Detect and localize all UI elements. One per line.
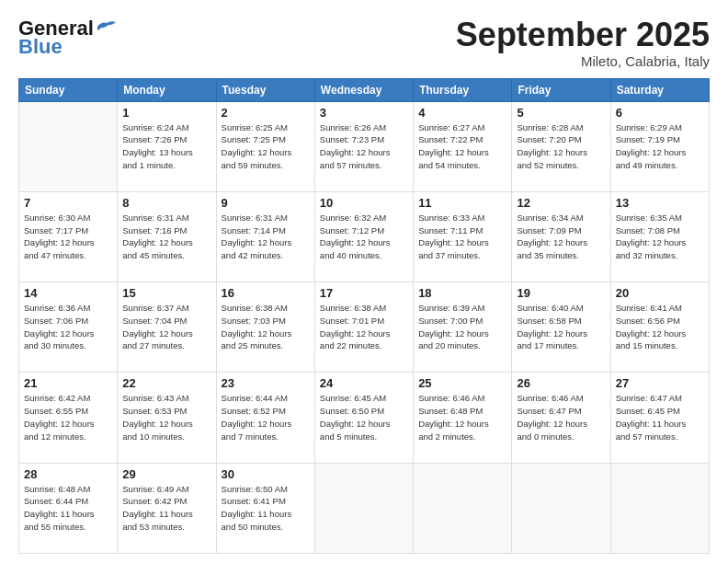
day-info: Sunrise: 6:49 AM Sunset: 6:42 PM Dayligh…: [122, 483, 210, 534]
calendar-cell: 19Sunrise: 6:40 AM Sunset: 6:58 PM Dayli…: [512, 282, 610, 373]
calendar-cell: [512, 463, 610, 553]
day-number: 25: [418, 376, 506, 390]
day-info: Sunrise: 6:31 AM Sunset: 7:16 PM Dayligh…: [122, 212, 210, 262]
day-number: 18: [418, 286, 506, 300]
day-number: 4: [418, 106, 506, 120]
calendar-cell: [610, 463, 709, 553]
calendar-table: SundayMondayTuesdayWednesdayThursdayFrid…: [18, 78, 710, 554]
day-number: 16: [222, 286, 310, 300]
day-info: Sunrise: 6:35 AM Sunset: 7:08 PM Dayligh…: [616, 212, 704, 262]
day-info: Sunrise: 6:38 AM Sunset: 7:03 PM Dayligh…: [222, 302, 310, 352]
calendar-header-friday: Friday: [512, 78, 610, 101]
calendar-cell: 28Sunrise: 6:48 AM Sunset: 6:44 PM Dayli…: [19, 463, 118, 553]
day-number: 8: [122, 196, 210, 210]
calendar-cell: 3Sunrise: 6:26 AM Sunset: 7:23 PM Daylig…: [314, 101, 413, 191]
title-section: September 2025 Mileto, Calabria, Italy: [456, 17, 710, 69]
day-number: 23: [222, 376, 310, 390]
calendar-cell: 30Sunrise: 6:50 AM Sunset: 6:41 PM Dayli…: [216, 463, 314, 553]
calendar-week-row: 7Sunrise: 6:30 AM Sunset: 7:17 PM Daylig…: [19, 191, 710, 282]
day-info: Sunrise: 6:50 AM Sunset: 6:41 PM Dayligh…: [222, 483, 310, 534]
calendar-cell: 7Sunrise: 6:30 AM Sunset: 7:17 PM Daylig…: [19, 191, 118, 282]
day-number: 7: [24, 196, 112, 210]
day-info: Sunrise: 6:38 AM Sunset: 7:01 PM Dayligh…: [320, 302, 408, 352]
day-number: 19: [517, 286, 605, 300]
day-info: Sunrise: 6:25 AM Sunset: 7:25 PM Dayligh…: [222, 121, 310, 172]
day-info: Sunrise: 6:31 AM Sunset: 7:14 PM Dayligh…: [222, 212, 310, 262]
calendar-header-sunday: Sunday: [19, 78, 118, 101]
day-number: 3: [320, 106, 408, 120]
day-number: 20: [616, 286, 704, 300]
calendar-cell: 2Sunrise: 6:25 AM Sunset: 7:25 PM Daylig…: [216, 101, 314, 191]
day-number: 13: [616, 196, 704, 210]
day-info: Sunrise: 6:37 AM Sunset: 7:04 PM Dayligh…: [122, 302, 210, 352]
day-number: 5: [517, 106, 605, 120]
calendar-cell: [414, 463, 512, 553]
day-info: Sunrise: 6:39 AM Sunset: 7:00 PM Dayligh…: [418, 302, 506, 352]
calendar-cell: 15Sunrise: 6:37 AM Sunset: 7:04 PM Dayli…: [118, 282, 216, 373]
day-info: Sunrise: 6:40 AM Sunset: 6:58 PM Dayligh…: [517, 302, 605, 352]
day-number: 11: [418, 196, 506, 210]
day-number: 29: [122, 467, 210, 481]
calendar-cell: 16Sunrise: 6:38 AM Sunset: 7:03 PM Dayli…: [216, 282, 314, 373]
calendar-header-row: SundayMondayTuesdayWednesdayThursdayFrid…: [19, 78, 710, 101]
calendar-cell: 11Sunrise: 6:33 AM Sunset: 7:11 PM Dayli…: [414, 191, 512, 282]
day-info: Sunrise: 6:27 AM Sunset: 7:22 PM Dayligh…: [418, 121, 506, 172]
day-info: Sunrise: 6:44 AM Sunset: 6:52 PM Dayligh…: [222, 392, 310, 442]
day-number: 21: [24, 376, 112, 390]
calendar-cell: 27Sunrise: 6:47 AM Sunset: 6:45 PM Dayli…: [610, 373, 709, 463]
calendar-cell: 29Sunrise: 6:49 AM Sunset: 6:42 PM Dayli…: [118, 463, 216, 553]
day-number: 14: [24, 286, 112, 300]
calendar-cell: 5Sunrise: 6:28 AM Sunset: 7:20 PM Daylig…: [512, 101, 610, 191]
day-number: 27: [616, 376, 704, 390]
day-info: Sunrise: 6:42 AM Sunset: 6:55 PM Dayligh…: [24, 392, 112, 442]
calendar-cell: [314, 463, 413, 553]
calendar-header-wednesday: Wednesday: [314, 78, 413, 101]
calendar-cell: 24Sunrise: 6:45 AM Sunset: 6:50 PM Dayli…: [314, 373, 413, 463]
calendar-header-thursday: Thursday: [414, 78, 512, 101]
day-info: Sunrise: 6:33 AM Sunset: 7:11 PM Dayligh…: [418, 212, 506, 262]
calendar-cell: 18Sunrise: 6:39 AM Sunset: 7:00 PM Dayli…: [414, 282, 512, 373]
calendar-week-row: 1Sunrise: 6:24 AM Sunset: 7:26 PM Daylig…: [19, 101, 710, 191]
day-info: Sunrise: 6:29 AM Sunset: 7:19 PM Dayligh…: [616, 121, 704, 172]
header: General Blue September 2025 Mileto, Cala…: [18, 17, 710, 69]
calendar-cell: 12Sunrise: 6:34 AM Sunset: 7:09 PM Dayli…: [512, 191, 610, 282]
day-info: Sunrise: 6:45 AM Sunset: 6:50 PM Dayligh…: [320, 392, 408, 442]
calendar-week-row: 21Sunrise: 6:42 AM Sunset: 6:55 PM Dayli…: [19, 373, 710, 463]
calendar-week-row: 14Sunrise: 6:36 AM Sunset: 7:06 PM Dayli…: [19, 282, 710, 373]
day-info: Sunrise: 6:24 AM Sunset: 7:26 PM Dayligh…: [122, 121, 210, 172]
day-info: Sunrise: 6:48 AM Sunset: 6:44 PM Dayligh…: [24, 483, 112, 534]
calendar-cell: [19, 101, 118, 191]
day-info: Sunrise: 6:34 AM Sunset: 7:09 PM Dayligh…: [517, 212, 605, 262]
day-number: 30: [222, 467, 310, 481]
calendar-cell: 10Sunrise: 6:32 AM Sunset: 7:12 PM Dayli…: [314, 191, 413, 282]
day-number: 17: [320, 286, 408, 300]
calendar-cell: 1Sunrise: 6:24 AM Sunset: 7:26 PM Daylig…: [118, 101, 216, 191]
calendar-header-monday: Monday: [118, 78, 216, 101]
day-number: 26: [517, 376, 605, 390]
day-number: 2: [222, 106, 310, 120]
logo-bird-icon: [96, 19, 116, 34]
calendar-cell: 9Sunrise: 6:31 AM Sunset: 7:14 PM Daylig…: [216, 191, 314, 282]
calendar-cell: 8Sunrise: 6:31 AM Sunset: 7:16 PM Daylig…: [118, 191, 216, 282]
day-number: 1: [122, 106, 210, 120]
day-number: 12: [517, 196, 605, 210]
calendar-header-tuesday: Tuesday: [216, 78, 314, 101]
calendar-cell: 17Sunrise: 6:38 AM Sunset: 7:01 PM Dayli…: [314, 282, 413, 373]
calendar-cell: 20Sunrise: 6:41 AM Sunset: 6:56 PM Dayli…: [610, 282, 709, 373]
day-info: Sunrise: 6:32 AM Sunset: 7:12 PM Dayligh…: [320, 212, 408, 262]
month-title: September 2025: [456, 17, 710, 53]
logo-blue: Blue: [18, 35, 63, 59]
day-info: Sunrise: 6:28 AM Sunset: 7:20 PM Dayligh…: [517, 121, 605, 172]
day-number: 22: [122, 376, 210, 390]
day-info: Sunrise: 6:47 AM Sunset: 6:45 PM Dayligh…: [616, 392, 704, 442]
day-info: Sunrise: 6:46 AM Sunset: 6:47 PM Dayligh…: [517, 392, 605, 442]
day-number: 6: [616, 106, 704, 120]
day-info: Sunrise: 6:43 AM Sunset: 6:53 PM Dayligh…: [122, 392, 210, 442]
day-info: Sunrise: 6:46 AM Sunset: 6:48 PM Dayligh…: [418, 392, 506, 442]
day-number: 28: [24, 467, 112, 481]
calendar-week-row: 28Sunrise: 6:48 AM Sunset: 6:44 PM Dayli…: [19, 463, 710, 553]
calendar-cell: 26Sunrise: 6:46 AM Sunset: 6:47 PM Dayli…: [512, 373, 610, 463]
calendar-cell: 13Sunrise: 6:35 AM Sunset: 7:08 PM Dayli…: [610, 191, 709, 282]
calendar-cell: 6Sunrise: 6:29 AM Sunset: 7:19 PM Daylig…: [610, 101, 709, 191]
calendar-header-saturday: Saturday: [610, 78, 709, 101]
